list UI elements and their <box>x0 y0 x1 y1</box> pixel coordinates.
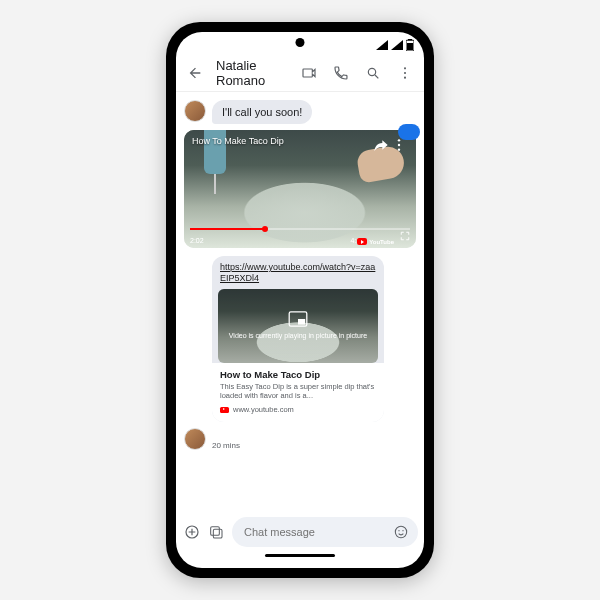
phone-call-icon[interactable] <box>330 62 352 84</box>
chat-area[interactable]: I'll call you soon! How To Make Taco Dip… <box>176 92 424 514</box>
youtube-icon <box>220 407 229 413</box>
incoming-message-bubble[interactable]: I'll call you soon! <box>212 100 312 124</box>
svg-point-5 <box>404 67 406 69</box>
search-icon[interactable] <box>362 62 384 84</box>
link-title: How to Make Taco Dip <box>220 369 376 380</box>
link-thumbnail[interactable]: Video is currently playing in picture in… <box>218 289 378 363</box>
camera-hole <box>296 38 305 47</box>
pip-status-text: Video is currently playing in picture in… <box>219 332 377 340</box>
svg-point-10 <box>398 148 400 150</box>
app-bar: Natalie Romano <box>176 54 424 92</box>
battery-icon <box>406 39 414 51</box>
avatar[interactable] <box>184 428 206 450</box>
signal-icon <box>376 40 388 50</box>
svg-point-9 <box>398 144 400 146</box>
message-timestamp: 20 mins <box>212 441 240 450</box>
phone-frame: Natalie Romano I'll call you soon! <box>166 22 434 578</box>
navigation-bar[interactable] <box>176 554 424 568</box>
add-icon[interactable] <box>184 521 200 543</box>
message-input-container[interactable] <box>232 517 418 547</box>
more-icon[interactable] <box>394 62 416 84</box>
link-description: This Easy Taco Dip is a super simple dip… <box>220 382 376 401</box>
screen: Natalie Romano I'll call you soon! <box>176 32 424 568</box>
svg-rect-2 <box>407 43 413 50</box>
svg-point-3 <box>368 68 375 75</box>
composer <box>176 514 424 554</box>
wifi-icon <box>391 40 403 50</box>
video-time-current: 2:02 <box>190 237 204 244</box>
message-input[interactable] <box>244 526 382 538</box>
link-source: www.youtube.com <box>220 405 376 414</box>
video-title: How To Make Taco Dip <box>192 136 284 146</box>
svg-rect-14 <box>211 527 220 536</box>
youtube-logo[interactable]: YouTube <box>357 238 394 245</box>
svg-rect-12 <box>298 319 305 325</box>
message-row: I'll call you soon! <box>184 100 416 124</box>
link-preview-card[interactable]: https://www.youtube.com/watch?v=zaaEIP5X… <box>212 256 384 422</box>
svg-point-16 <box>395 526 406 537</box>
svg-point-7 <box>404 76 406 78</box>
svg-point-18 <box>402 530 403 531</box>
contact-name[interactable]: Natalie Romano <box>216 58 288 88</box>
fullscreen-icon[interactable] <box>400 227 410 245</box>
avatar[interactable] <box>184 100 206 122</box>
emoji-icon[interactable] <box>390 521 412 543</box>
video-more-icon[interactable] <box>388 134 410 156</box>
svg-point-8 <box>398 139 400 141</box>
svg-rect-15 <box>213 529 222 538</box>
back-icon[interactable] <box>184 62 206 84</box>
nav-pill[interactable] <box>265 554 335 557</box>
video-call-icon[interactable] <box>298 62 320 84</box>
gallery-icon[interactable] <box>208 521 224 543</box>
svg-point-17 <box>398 530 399 531</box>
video-progress-bar[interactable] <box>190 228 410 230</box>
svg-line-4 <box>375 75 378 78</box>
video-player-card[interactable]: How To Make Taco Dip 2:02 4:18 YouTube <box>184 130 416 248</box>
svg-point-6 <box>404 71 406 73</box>
picture-in-picture-icon <box>288 311 308 329</box>
link-url[interactable]: https://www.youtube.com/watch?v=zaaEIP5X… <box>212 256 384 289</box>
link-meta: How to Make Taco Dip This Easy Taco Dip … <box>212 363 384 423</box>
